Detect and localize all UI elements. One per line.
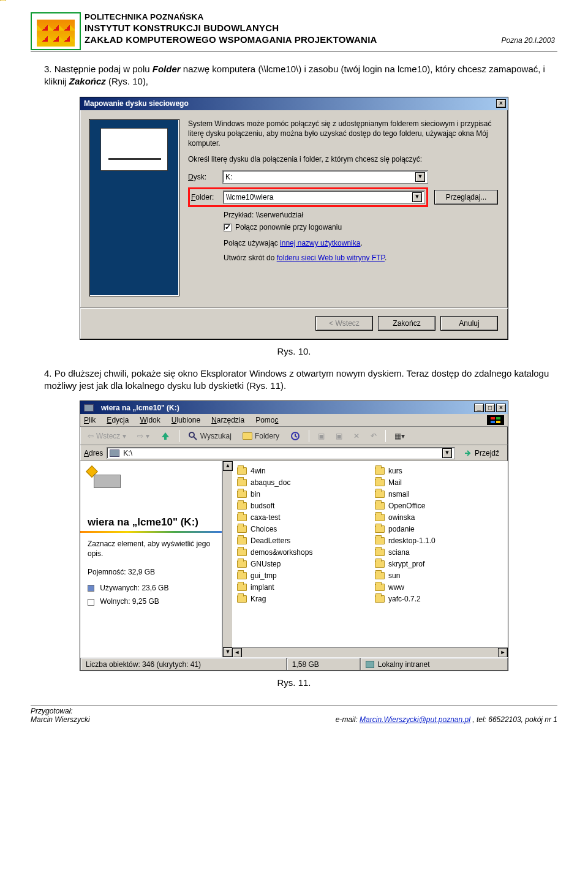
different-user-link[interactable]: innej nazwy użytkownika <box>280 239 360 247</box>
folders-button[interactable]: Foldery <box>239 429 283 443</box>
menu-view[interactable]: Widok <box>140 416 160 424</box>
vertical-scrollbar[interactable]: ▲ ▼ <box>222 461 232 657</box>
list-item[interactable]: Choices <box>237 523 368 535</box>
list-item[interactable]: Krag <box>237 593 368 604</box>
list-item[interactable]: OpenOffice <box>375 500 505 511</box>
search-button[interactable]: Wyszukaj <box>184 429 235 443</box>
list-item[interactable]: owinska <box>375 511 505 523</box>
go-button[interactable]: Przejdź <box>459 447 504 459</box>
scroll-left-icon[interactable]: ◄ <box>232 648 242 657</box>
list-item[interactable]: budsoft <box>237 500 368 511</box>
dialog-banner-image <box>89 119 179 296</box>
chevron-down-icon[interactable]: ▼ <box>412 192 422 202</box>
chevron-down-icon[interactable]: ▼ <box>415 172 425 182</box>
footer-email-link[interactable]: Marcin.Wierszycki@put.poznan.pl <box>360 715 470 724</box>
history-button[interactable] <box>287 429 304 443</box>
scroll-up-icon[interactable]: ▲ <box>223 461 233 471</box>
list-item[interactable]: 4win <box>237 465 368 476</box>
folder-icon <box>375 560 385 568</box>
list-item[interactable]: nsmail <box>375 488 505 500</box>
folder-icon <box>237 549 247 556</box>
toolbar: ⇦ Wstecz ▾ ⇨ ▾ Wyszukaj Foldery <box>80 427 508 445</box>
drive-combobox[interactable]: K: ▼ <box>222 170 428 184</box>
browse-button[interactable]: Przeglądaj... <box>434 190 498 205</box>
statusbar: Liczba obiektów: 346 (ukrytych: 41) 1,58… <box>80 657 508 671</box>
folder-icon <box>237 525 247 533</box>
list-item[interactable]: sun <box>375 570 505 581</box>
list-item[interactable]: demos&workshops <box>237 546 368 558</box>
menu-help[interactable]: Pomoc <box>255 416 278 424</box>
chevron-down-icon[interactable]: ▼ <box>442 448 452 458</box>
list-item[interactable]: yafc-0.7.2 <box>375 593 505 604</box>
menu-tools[interactable]: Narzędzia <box>211 416 244 424</box>
reconnect-checkbox-row[interactable]: ✓ Połącz ponownie przy logowaniu <box>224 223 498 231</box>
scroll-right-icon[interactable]: ► <box>498 648 508 657</box>
intranet-icon <box>366 661 374 668</box>
svg-rect-2 <box>491 421 495 423</box>
horizontal-scrollbar[interactable]: ◄ ► <box>232 647 508 657</box>
menu-file[interactable]: Plik <box>84 416 96 424</box>
connect-as-line: Połącz używając innej nazwy użytkownika. <box>224 239 498 247</box>
views-button[interactable]: ▦▾ <box>391 429 409 443</box>
list-item[interactable]: bin <box>237 488 368 500</box>
dialog-paragraph-1: System Windows może pomóc połączyć się z… <box>188 119 498 149</box>
up-button[interactable] <box>157 429 174 443</box>
status-size: 1,58 GB <box>287 658 360 671</box>
step-3-text: 3. Następnie podaj w polu Folder nazwę k… <box>44 63 557 88</box>
list-item[interactable]: podanie <box>375 523 505 535</box>
checkbox-icon[interactable]: ✓ <box>224 224 232 231</box>
list-item[interactable]: kurs <box>375 465 505 476</box>
web-folder-link[interactable]: folderu sieci Web lub witryny FTP <box>277 254 385 262</box>
institution-logo <box>31 12 81 50</box>
folder-icon <box>237 467 247 475</box>
maximize-icon[interactable]: □ <box>485 404 495 412</box>
folder-label: yafc-0.7.2 <box>388 595 421 603</box>
folder-icon <box>237 514 247 521</box>
shortcut-line: Utwórz skrót do folderu sieci Web lub wi… <box>224 254 498 262</box>
document-header: POLITECHNIKA POZNAŃSKA INSTYTUT KONSTRUK… <box>31 12 557 52</box>
folder-label: DeadLetters <box>251 536 290 545</box>
finish-button[interactable]: Zakończ <box>378 316 435 331</box>
forward-button: ⇨ ▾ <box>134 429 153 443</box>
back-button: ⇦ Wstecz ▾ <box>84 429 130 443</box>
scroll-down-icon[interactable]: ▼ <box>223 647 233 657</box>
status-objects: Liczba obiektów: 346 (ukrytych: 41) <box>80 658 287 671</box>
explorer-sidebar: wiera na „lcme10" (K:) Zaznacz element, … <box>80 461 222 657</box>
explorer-titlebar: wiera na „lcme10" (K:) _ □ × <box>80 401 508 414</box>
list-item[interactable]: rdesktop-1.1.0 <box>375 535 505 546</box>
list-item[interactable]: implant <box>237 581 368 593</box>
list-item[interactable]: www <box>375 581 505 593</box>
list-item[interactable]: abaqus_doc <box>237 476 368 488</box>
menu-favorites[interactable]: Ulubione <box>172 416 200 424</box>
list-item[interactable]: gui_tmp <box>237 570 368 581</box>
reconnect-label: Połącz ponownie przy logowaniu <box>235 223 342 231</box>
step-number: 4. <box>44 368 52 378</box>
folder-combobox[interactable]: \\lcme10\wiera ▼ <box>223 190 425 204</box>
folder-icon <box>375 525 385 533</box>
cancel-button[interactable]: Anuluj <box>440 316 498 331</box>
folder-icon <box>237 584 247 591</box>
folder-label: sun <box>388 571 400 580</box>
folder-label: skrypt_prof <box>388 560 424 568</box>
minimize-icon[interactable]: _ <box>474 404 484 412</box>
drive-row: Dysk: K: ▼ <box>188 170 498 184</box>
list-item[interactable]: sciana <box>375 546 505 558</box>
folder-label: abaqus_doc <box>251 478 290 487</box>
menu-edit[interactable]: Edycja <box>107 416 129 424</box>
list-item[interactable]: caxa-test <box>237 511 368 523</box>
delete-icon: ✕ <box>350 429 363 443</box>
list-item[interactable]: Mail <box>375 476 505 488</box>
file-list[interactable]: 4winabaqus_docbinbudsoftcaxa-testChoices… <box>232 461 508 657</box>
address-combobox[interactable]: K:\ ▼ <box>107 447 455 459</box>
used-row: Używanych: 23,6 GB <box>88 583 214 593</box>
list-item[interactable]: GNUstep <box>237 558 368 570</box>
footer-author: Marcin Wierszycki <box>31 715 90 724</box>
example-text: Przykład: \\serwer\udział <box>224 211 498 219</box>
folder-icon <box>375 572 385 579</box>
folder-label: kurs <box>388 467 402 475</box>
list-item[interactable]: skrypt_prof <box>375 558 505 570</box>
folder-icon <box>237 502 247 510</box>
close-icon[interactable]: × <box>496 99 506 108</box>
list-item[interactable]: DeadLetters <box>237 535 368 546</box>
close-icon[interactable]: × <box>496 404 506 412</box>
